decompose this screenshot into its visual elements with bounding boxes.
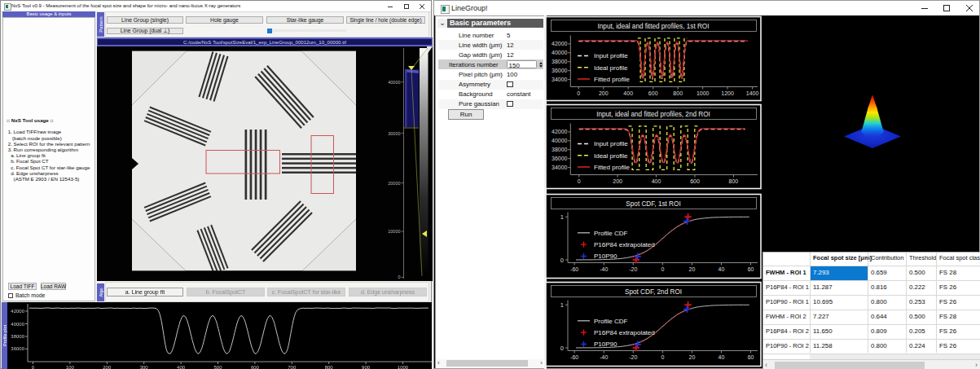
- svg-text:900: 900: [362, 365, 371, 369]
- svg-text:42000: 42000: [11, 309, 24, 314]
- svg-text:0: 0: [661, 266, 664, 272]
- svg-text:20000: 20000: [388, 181, 400, 186]
- svg-text:P16P84 extrapolated: P16P84 extrapolated: [594, 241, 655, 248]
- svg-text:40000: 40000: [552, 50, 568, 55]
- svg-text:Profile CDF: Profile CDF: [594, 230, 627, 237]
- svg-text:Input profile: Input profile: [594, 52, 628, 59]
- svg-text:800: 800: [729, 178, 739, 184]
- svg-text:40000: 40000: [11, 322, 24, 327]
- svg-text:40000: 40000: [552, 138, 568, 143]
- svg-text:-20: -20: [629, 266, 637, 272]
- svg-text:100: 100: [66, 365, 75, 369]
- svg-text:34000: 34000: [552, 77, 568, 82]
- svg-text:200: 200: [103, 365, 112, 369]
- svg-text:-40: -40: [600, 354, 608, 360]
- svg-text:400: 400: [177, 365, 186, 369]
- svg-text:P10P90: P10P90: [594, 253, 617, 260]
- svg-text:0: 0: [560, 257, 564, 264]
- svg-text:1: 1: [560, 301, 564, 309]
- svg-text:300: 300: [140, 365, 149, 369]
- svg-text:20: 20: [689, 354, 696, 360]
- svg-text:0: 0: [661, 354, 664, 360]
- svg-text:Spot CDF, 1st ROI: Spot CDF, 1st ROI: [626, 200, 680, 208]
- svg-text:Input, ideal and fitted profil: Input, ideal and fitted profiles, 1st RO…: [598, 23, 710, 30]
- svg-text:-60: -60: [570, 354, 578, 360]
- svg-text:0: 0: [578, 178, 581, 184]
- svg-text:400: 400: [623, 90, 633, 96]
- svg-text:36000: 36000: [552, 156, 568, 161]
- svg-text:Input, ideal and fitted profil: Input, ideal and fitted profiles, 2nd RO…: [596, 111, 710, 118]
- svg-text:1200: 1200: [721, 90, 734, 96]
- svg-text:1400: 1400: [746, 90, 759, 96]
- svg-text:34000: 34000: [552, 165, 568, 170]
- svg-text:36000: 36000: [11, 346, 24, 351]
- svg-text:60: 60: [748, 266, 754, 272]
- svg-text:-60: -60: [570, 266, 578, 272]
- svg-text:800: 800: [325, 365, 334, 369]
- svg-text:42000: 42000: [552, 41, 568, 46]
- svg-text:1: 1: [560, 213, 564, 221]
- svg-text:600: 600: [648, 90, 658, 96]
- svg-text:600: 600: [690, 178, 700, 184]
- svg-text:0: 0: [560, 345, 564, 352]
- svg-text:36000: 36000: [552, 68, 568, 73]
- svg-text:40: 40: [719, 266, 725, 272]
- svg-text:P10P90: P10P90: [594, 340, 617, 348]
- svg-text:Ideal profile: Ideal profile: [594, 152, 628, 160]
- svg-text:-40: -40: [600, 266, 608, 272]
- svg-text:Fitted profile: Fitted profile: [594, 164, 631, 171]
- svg-text:200: 200: [599, 90, 609, 96]
- svg-text:-20: -20: [629, 354, 637, 360]
- svg-text:Fitted profile: Fitted profile: [594, 76, 631, 83]
- svg-text:42000: 42000: [552, 129, 568, 134]
- svg-text:Input profile: Input profile: [594, 140, 628, 147]
- svg-text:Profile CDF: Profile CDF: [594, 318, 627, 325]
- svg-text:0: 0: [398, 275, 400, 279]
- svg-text:40000: 40000: [388, 80, 400, 85]
- svg-text:38000: 38000: [552, 147, 568, 152]
- svg-text:30000: 30000: [388, 131, 400, 136]
- svg-text:500: 500: [213, 365, 222, 369]
- svg-text:40: 40: [719, 354, 725, 360]
- svg-text:400: 400: [652, 178, 661, 184]
- svg-text:0: 0: [577, 90, 580, 96]
- svg-text:P16P84 extrapolated: P16P84 extrapolated: [594, 329, 655, 336]
- svg-text:1000: 1000: [697, 90, 710, 96]
- svg-text:20: 20: [689, 266, 696, 272]
- svg-text:1000: 1000: [398, 365, 409, 369]
- svg-text:200: 200: [613, 178, 622, 184]
- svg-text:38000: 38000: [552, 59, 568, 64]
- svg-text:38000: 38000: [11, 334, 24, 339]
- svg-text:10000: 10000: [388, 229, 400, 234]
- svg-text:Ideal profile: Ideal profile: [594, 64, 628, 72]
- svg-text:600: 600: [251, 365, 260, 369]
- svg-text:60: 60: [748, 354, 754, 360]
- svg-text:800: 800: [673, 90, 683, 96]
- svg-text:0: 0: [32, 365, 35, 369]
- svg-text:700: 700: [288, 365, 297, 369]
- svg-text:Spot CDF, 2nd ROI: Spot CDF, 2nd ROI: [625, 288, 682, 296]
